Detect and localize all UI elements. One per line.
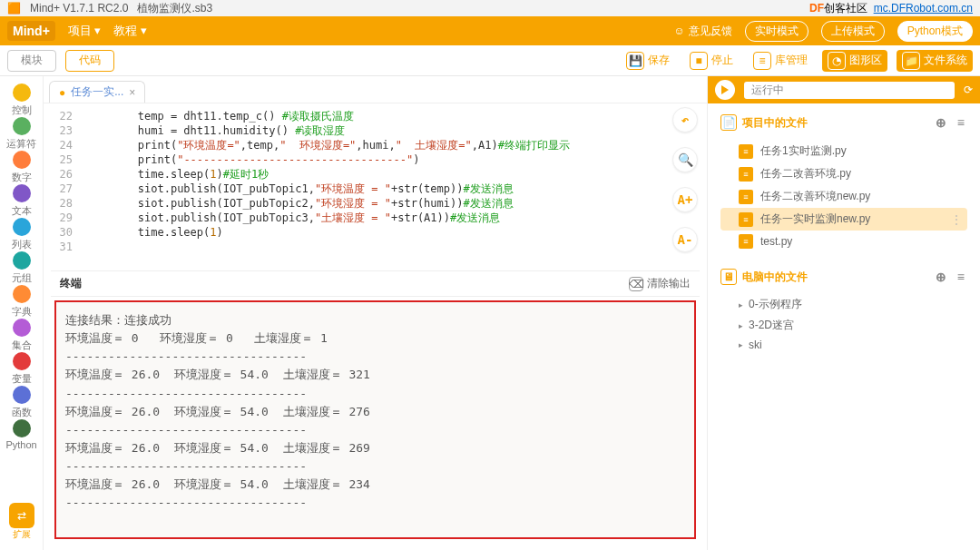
mode-python[interactable]: Python模式 [897,21,973,42]
run-status: 运行中 [744,82,955,99]
pc-folder[interactable]: ski [720,336,967,354]
app-title: Mind+ V1.7.1 RC2.0 [30,2,128,15]
editor-tabs: ● 任务一实... × [44,76,707,103]
category-label: 函数 [12,406,32,419]
logo: Mind+ [7,21,55,41]
category-sidebar: 控制运算符数字文本列表元组字典集合变量函数Python ⇄ 扩展 [0,76,44,550]
svg-marker-0 [721,85,729,94]
extension-button[interactable]: ⇄ [9,503,34,528]
category-dot-icon [13,83,31,102]
app-icon: 🟧 [7,2,21,15]
file-icon: ≡ [739,190,753,204]
search-button[interactable]: 🔍 [672,147,698,172]
category-集合[interactable]: 集合 [5,319,36,352]
pc-folder[interactable]: 0-示例程序 [720,294,967,315]
add-folder-button[interactable]: ⊕ [933,270,949,284]
refresh-button[interactable]: ⟳ [964,83,973,96]
project-icon: 📄 [720,114,737,131]
mode-realtime[interactable]: 实时模式 [745,21,808,42]
file-icon: ≡ [739,212,753,227]
category-label: 文本 [12,204,32,218]
project-file[interactable]: ≡任务二改善环境new.py [720,185,967,208]
chart-icon: ◔ [828,52,846,70]
category-文本[interactable]: 文本 [5,184,36,218]
file-icon: ≡ [739,144,753,159]
font-plus-button[interactable]: A+ [672,187,698,212]
dot-icon: ● [59,86,65,99]
category-dot-icon [13,419,31,437]
category-label: 变量 [12,372,32,386]
category-dot-icon [13,285,31,303]
more-folders-button[interactable]: ≡ [955,270,967,284]
category-元组[interactable]: 元组 [5,251,36,285]
category-label: 字典 [12,305,32,319]
extension-label: 扩展 [9,528,34,541]
run-button[interactable] [715,80,735,100]
file-name: test.py [760,235,792,248]
brand-suffix: 创客社区 [824,2,867,15]
tab-blocks[interactable]: 模块 [7,50,56,72]
category-dot-icon [13,352,31,370]
category-dot-icon [13,184,31,202]
folder-icon: 📁 [902,52,920,70]
chart-button[interactable]: ◔图形区 [822,50,887,72]
category-运算符[interactable]: 运算符 [5,117,36,151]
project-file[interactable]: ≡test.py [720,231,967,252]
category-字典[interactable]: 字典 [5,285,36,319]
libs-icon: ≡ [753,52,771,70]
tab-code[interactable]: 代码 [65,50,114,72]
project-files-header: 📄 项目中的文件 ⊕ ≡ [720,114,967,131]
category-dot-icon [13,117,31,135]
category-dot-icon [13,251,31,270]
smile-icon: ☺ [673,25,684,37]
filesystem-button[interactable]: 📁文件系统 [897,50,973,72]
file-name: 任务二改善环境.py [760,166,851,182]
add-file-button[interactable]: ⊕ [933,115,949,130]
font-minus-button[interactable]: A- [672,227,698,252]
open-file-name: 植物监测仪.sb3 [137,1,212,16]
stop-button[interactable]: ■停止 [684,50,739,72]
project-file[interactable]: ≡任务1实时监测.py [720,140,967,162]
stop-icon: ■ [690,52,708,70]
category-label: 运算符 [6,137,36,151]
category-变量[interactable]: 变量 [5,352,36,386]
file-icon: ≡ [739,167,753,182]
mode-upload[interactable]: 上传模式 [821,21,885,42]
editor-tab-active[interactable]: ● 任务一实... × [49,81,145,103]
computer-icon: 🖥 [720,269,737,285]
more-files-button[interactable]: ≡ [955,115,967,130]
run-bar: 运行中 ⟳ [708,76,980,103]
libs-button[interactable]: ≡库管理 [748,50,813,72]
undo-button[interactable]: ↶ [672,107,698,133]
editor-tab-label: 任务一实... [71,84,123,100]
category-函数[interactable]: 函数 [5,386,36,419]
topbar: 模块 代码 💾保存 ■停止 ≡库管理 ◔图形区 📁文件系统 [0,45,980,76]
pc-files-header: 🖥 电脑中的文件 ⊕ ≡ [720,269,967,285]
category-dot-icon [13,386,31,404]
feedback-link[interactable]: ☺意见反馈 [673,24,731,39]
project-file[interactable]: ≡任务一实时监测new.py⋮ [720,208,967,231]
folder-name: 0-示例程序 [749,297,802,312]
category-列表[interactable]: 列表 [5,218,36,251]
save-button[interactable]: 💾保存 [621,50,675,72]
brand-prefix: DF [809,2,824,15]
menu-tutorial[interactable]: 教程 ▾ [113,23,147,39]
clear-output-button[interactable]: ⌫清除输出 [629,276,691,291]
category-dot-icon [13,218,31,236]
category-label: 集合 [12,339,32,352]
file-more-icon[interactable]: ⋮ [951,213,962,226]
terminal-output[interactable]: 连接结果：连接成功环境温度＝ 0 环境湿度＝ 0 土壤湿度＝ 1--------… [54,300,696,539]
menu-project[interactable]: 项目 ▾ [68,23,102,39]
pc-folder[interactable]: 3-2D迷宫 [720,315,967,336]
file-name: 任务1实时监测.py [760,143,847,159]
category-Python[interactable]: Python [5,419,36,450]
menubar: Mind+ 项目 ▾ 教程 ▾ ☺意见反馈 实时模式 上传模式 Python模式 [0,16,980,45]
category-dot-icon [13,151,31,169]
category-数字[interactable]: 数字 [5,151,36,184]
project-file[interactable]: ≡任务二改善环境.py [720,162,967,185]
category-控制[interactable]: 控制 [5,83,36,117]
category-label: Python [5,439,36,450]
category-label: 元组 [12,271,32,285]
close-tab-icon[interactable]: × [129,86,135,99]
code-editor[interactable]: 22 temp = dht11.temp_c() #读取摄氏温度23 humi … [44,103,707,265]
